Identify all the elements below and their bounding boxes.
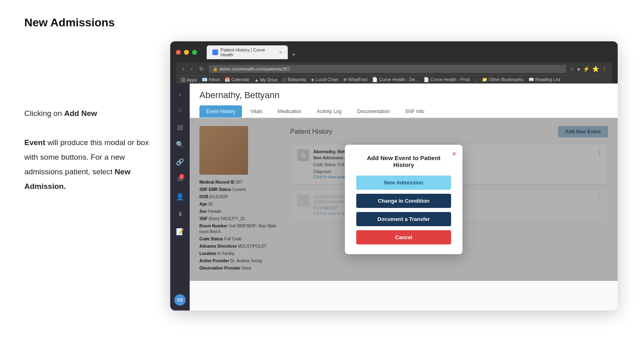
back-button[interactable]: ‹	[181, 65, 186, 73]
patient-header: Abernathy, Bettyann Event History Vitals…	[190, 84, 618, 118]
bookmark-calendar[interactable]: 📅 Calendar	[225, 77, 250, 82]
bookmark-calendar-label: 📅 Calendar	[225, 77, 250, 82]
bookmark-inbox[interactable]: 📧 Inbox	[202, 77, 220, 82]
sidebar-bottom: VS	[174, 294, 186, 306]
menu-icon[interactable]: ⋮	[601, 66, 607, 72]
bookmark-mydrive-label: ▲ My Drive	[255, 77, 278, 82]
tab-event-history-label: Event History	[206, 109, 235, 114]
change-condition-button[interactable]: Change in Condition	[356, 194, 451, 208]
sidebar: › ⌂ ▤ 🔍 🔗 ✉ 👤 ⬇ 📝 VS	[170, 84, 190, 310]
bookmark-apps-label: Apps	[187, 77, 197, 82]
tab-label: Patient History | Curve Health	[220, 47, 275, 57]
forward-button[interactable]: ›	[189, 65, 195, 73]
tab-vitals[interactable]: Vitals	[244, 105, 269, 118]
main-layout: Clicking on Add New Event will produce t…	[24, 41, 618, 310]
sidebar-item-search[interactable]: 🔍	[173, 137, 187, 152]
sidebar-toggle-btn[interactable]: ›	[177, 88, 184, 100]
main-content: Abernathy, Bettyann Event History Vitals…	[190, 84, 618, 310]
sidebar-item-home[interactable]: ⌂	[175, 103, 185, 117]
content-area: Medical Record ID 357 SNF EMR Status Cur…	[190, 118, 618, 281]
url-text: demo.curvehealth.com/patients/357	[219, 66, 290, 71]
cancel-button[interactable]: Cancel	[356, 230, 451, 244]
sidebar-item-link[interactable]: 🔗	[173, 155, 187, 169]
bookmark-other[interactable]: 📁 Other Bookmarks	[482, 77, 524, 82]
profile-icon[interactable]: ●	[577, 66, 580, 72]
reload-button[interactable]: ↻	[197, 65, 205, 73]
bookmark-whatfont-label: ⊕ WhatFont	[343, 77, 368, 82]
tab-medication-label: Medication	[278, 109, 302, 114]
annotation-bold2: Event	[24, 138, 45, 147]
bookmark-reading[interactable]: 📖 Reading List	[529, 77, 560, 82]
annotation-bold1: Add New	[64, 109, 97, 118]
browser-window: Patient History | Curve Health ✕ + ‹ › ↻…	[170, 41, 618, 310]
sidebar-item-messages[interactable]: ✉	[174, 172, 186, 186]
bookmark-separator: »	[475, 77, 477, 82]
modal-overlay: Add New Event to Patient History × New A…	[190, 118, 618, 281]
bookmark-curvehealth-prod[interactable]: 📄 Curve Health - Prod	[424, 77, 470, 82]
bookmarks-bar: Apps 📧 Inbox 📅 Calendar ▲ My Drive ⬡ Bal…	[176, 75, 612, 84]
browser-actions: ☆ ● ⚡ ⭐ ⋮	[569, 66, 607, 72]
patient-name: Abernathy, Bettyann	[199, 90, 608, 101]
annotation-text: Clicking on Add New Event will produce t…	[24, 41, 154, 194]
address-bar-row: ‹ › ↻ 🔒 demo.curvehealth.com/patients/35…	[176, 62, 612, 75]
bookmark-lucidchart[interactable]: ◈ Lucid Chart	[311, 77, 338, 82]
tab-snf-info-label: SNF Info	[405, 109, 424, 114]
browser-chrome: Patient History | Curve Health ✕ + ‹ › ↻…	[170, 41, 618, 84]
bookmark-balsamiq-label: ⬡ Balsamiq	[282, 77, 306, 82]
tab-vitals-label: Vitals	[250, 109, 262, 114]
bookmark-balsamiq[interactable]: ⬡ Balsamiq	[282, 77, 306, 82]
annotation-part1: Clicking on	[24, 109, 64, 118]
browser-tabs: Patient History | Curve Health ✕ +	[207, 45, 299, 59]
browser-titlebar: Patient History | Curve Health ✕ +	[176, 45, 612, 59]
tab-activity-log-label: Activity Log	[317, 109, 342, 114]
modal-close-button[interactable]: ×	[452, 150, 456, 158]
star-icon[interactable]: ☆	[569, 66, 575, 72]
tab-medication[interactable]: Medication	[271, 105, 308, 118]
modal-title: Add New Event to Patient History	[356, 154, 451, 168]
tab-close-icon[interactable]: ✕	[279, 50, 282, 55]
bookmark-mydrive[interactable]: ▲ My Drive	[255, 77, 278, 82]
avatar-initials: VS	[177, 298, 183, 302]
app-content: › ⌂ ▤ 🔍 🔗 ✉ 👤 ⬇ 📝 VS Abernath	[170, 84, 618, 310]
bookmark-whatfont[interactable]: ⊕ WhatFont	[343, 77, 368, 82]
document-transfer-button[interactable]: Document a Transfer	[356, 212, 451, 226]
active-browser-tab[interactable]: Patient History | Curve Health ✕	[207, 45, 288, 59]
bookmark-lucidchart-label: ◈ Lucid Chart	[311, 77, 338, 82]
bookmark-apps[interactable]: Apps	[181, 77, 197, 82]
sidebar-item-user[interactable]: 👤	[173, 190, 187, 204]
bookmark-curvehealth-de-label: 📄 Curve Health - De...	[372, 77, 418, 82]
tab-event-history[interactable]: Event History	[199, 105, 242, 118]
traffic-light-green[interactable]	[192, 50, 197, 55]
tab-favicon	[212, 49, 218, 55]
modal-box: Add New Event to Patient History × New A…	[345, 145, 462, 254]
bookmark-other-label: 📁 Other Bookmarks	[482, 77, 524, 82]
bookmark-inbox-label: 📧 Inbox	[202, 77, 220, 82]
lock-icon: 🔒	[213, 67, 218, 71]
page-title: New Admissions	[24, 16, 618, 29]
traffic-light-yellow[interactable]	[184, 50, 189, 55]
new-admission-button[interactable]: New Admission	[356, 176, 451, 190]
bookmark-curvehealth-de[interactable]: 📄 Curve Health - De...	[372, 77, 418, 82]
sidebar-item-download[interactable]: ⬇	[174, 207, 186, 221]
traffic-light-red[interactable]	[176, 50, 181, 55]
user-avatar[interactable]: VS	[174, 294, 186, 306]
tab-snf-info[interactable]: SNF Info	[398, 105, 431, 118]
apps-bookmark-icon	[181, 77, 186, 82]
sidebar-item-notes[interactable]: 📝	[173, 225, 187, 239]
bookmark-icon[interactable]: ⭐	[592, 66, 599, 72]
extension-icon[interactable]: ⚡	[583, 66, 590, 72]
tab-documentation[interactable]: Documentation	[350, 105, 397, 118]
tab-activity-log[interactable]: Activity Log	[310, 105, 349, 118]
new-tab-button[interactable]: +	[289, 50, 299, 59]
address-bar[interactable]: 🔒 demo.curvehealth.com/patients/357	[209, 65, 566, 73]
bookmark-reading-label: 📖 Reading List	[529, 77, 560, 82]
tab-documentation-label: Documentation	[357, 109, 390, 114]
sidebar-item-records[interactable]: ▤	[174, 120, 186, 134]
patient-tabs: Event History Vitals Medication Activity…	[199, 105, 608, 118]
bookmark-curvehealth-prod-label: 📄 Curve Health - Prod	[424, 77, 470, 82]
